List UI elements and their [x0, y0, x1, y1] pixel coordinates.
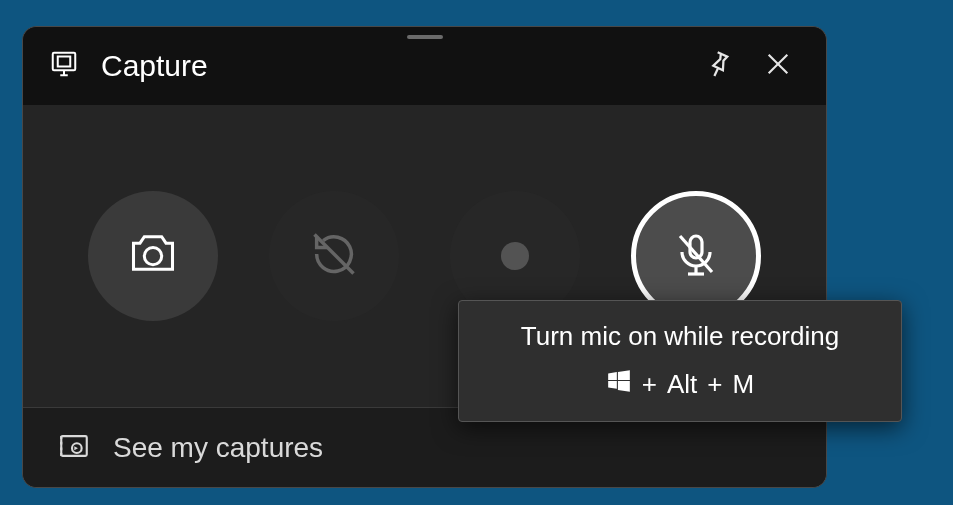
- mic-muted-icon: [672, 230, 720, 282]
- record-dot-icon: [501, 242, 529, 270]
- pin-icon: [703, 49, 733, 83]
- shortcut-key-alt: Alt: [667, 369, 697, 400]
- capture-widget-icon: [49, 49, 79, 83]
- screenshot-button[interactable]: [88, 191, 218, 321]
- svg-line-7: [315, 235, 354, 274]
- windows-logo-icon: [606, 368, 632, 401]
- gallery-icon: [57, 429, 91, 467]
- svg-rect-0: [53, 53, 76, 71]
- shortcut-key-m: M: [733, 369, 755, 400]
- camera-icon: [127, 228, 179, 284]
- last-recording-button[interactable]: [269, 191, 399, 321]
- tooltip-title: Turn mic on while recording: [487, 321, 873, 352]
- mic-tooltip: Turn mic on while recording + Alt + M: [458, 300, 902, 422]
- svg-point-6: [145, 248, 162, 265]
- close-icon: [764, 50, 792, 82]
- refresh-disabled-icon: [308, 228, 360, 284]
- svg-rect-1: [58, 57, 71, 67]
- tooltip-shortcut: + Alt + M: [487, 368, 873, 401]
- shortcut-plus-1: +: [642, 369, 657, 400]
- close-button[interactable]: [756, 44, 800, 88]
- shortcut-plus-2: +: [707, 369, 722, 400]
- pin-button[interactable]: [696, 44, 740, 88]
- drag-grip[interactable]: [407, 35, 443, 39]
- titlebar[interactable]: Capture: [23, 27, 826, 105]
- see-captures-label: See my captures: [113, 432, 323, 464]
- title-text: Capture: [101, 49, 680, 83]
